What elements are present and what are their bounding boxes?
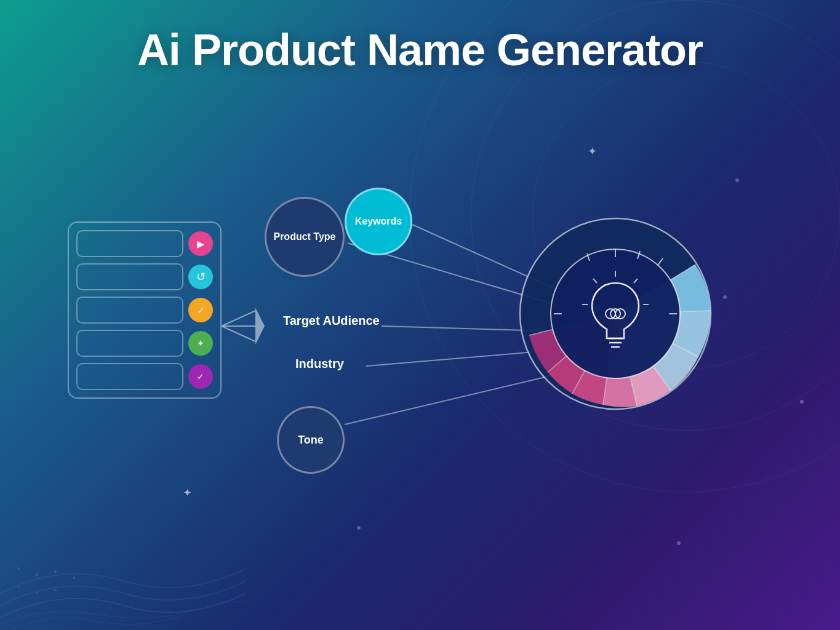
svg-point-5 bbox=[36, 592, 38, 594]
bubble-tone[interactable]: Tone bbox=[277, 406, 345, 474]
svg-point-0 bbox=[17, 567, 20, 570]
dot-3 bbox=[800, 400, 804, 404]
input-2[interactable] bbox=[76, 263, 183, 290]
svg-point-1 bbox=[36, 573, 38, 576]
dot-4 bbox=[357, 526, 361, 530]
dot-1 bbox=[735, 178, 739, 182]
bubble-product-type[interactable]: Product Type bbox=[265, 197, 345, 277]
bubble-keywords[interactable]: Keywords bbox=[345, 188, 412, 255]
form-row-3: ✓ bbox=[76, 297, 213, 324]
svg-point-3 bbox=[73, 576, 75, 579]
svg-point-2 bbox=[54, 570, 57, 573]
btn-check[interactable]: ✓ bbox=[188, 298, 213, 322]
input-1[interactable] bbox=[76, 230, 183, 257]
form-row-4: ✦ bbox=[76, 330, 213, 357]
diagram-area: Product Type Keywords Target AUdience In… bbox=[258, 185, 751, 523]
btn-checkmark[interactable]: ✓ bbox=[188, 364, 213, 389]
form-row-1: ▶ bbox=[76, 230, 213, 257]
center-donut-chart bbox=[517, 215, 714, 412]
dot-5 bbox=[677, 541, 681, 545]
btn-refresh[interactable]: ↺ bbox=[188, 265, 213, 289]
input-3[interactable] bbox=[76, 297, 183, 324]
label-target-audience: Target AUdience bbox=[283, 314, 380, 328]
sparkle-1: ✦ bbox=[588, 145, 597, 158]
label-industry: Industry bbox=[295, 357, 344, 371]
svg-point-6 bbox=[54, 589, 57, 591]
sparkle-2: ✦ bbox=[183, 486, 192, 500]
form-panel: ▶ ↺ ✓ ✦ ✓ bbox=[68, 221, 222, 399]
wave-decoration bbox=[0, 445, 246, 630]
donut-svg bbox=[517, 215, 714, 412]
page-title: Ai Product Name Generator bbox=[0, 25, 840, 75]
form-row-2: ↺ bbox=[76, 263, 213, 290]
input-5[interactable] bbox=[76, 363, 183, 390]
btn-star[interactable]: ✦ bbox=[188, 331, 213, 356]
form-row-5: ✓ bbox=[76, 363, 213, 390]
input-4[interactable] bbox=[76, 330, 183, 357]
svg-point-4 bbox=[17, 586, 20, 588]
btn-play[interactable]: ▶ bbox=[188, 231, 213, 256]
